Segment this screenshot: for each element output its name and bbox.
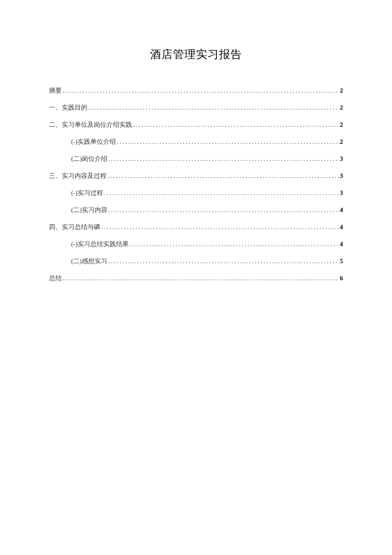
toc-label: 总结 — [49, 273, 62, 283]
document-title: 酒店管理实习报告 — [49, 47, 343, 62]
toc-label: (二)岗位介绍 — [71, 154, 107, 164]
toc-entry: (二)岗位介绍 3 — [49, 154, 343, 164]
toc-dots — [63, 273, 339, 283]
toc-dots — [104, 188, 339, 198]
toc-entry: 摘要 2 — [49, 85, 343, 96]
toc-page: 6 — [340, 273, 343, 283]
toc-dots — [107, 171, 339, 181]
toc-page: 2 — [340, 137, 343, 147]
toc-dots — [133, 119, 339, 130]
toc-entry: (二)感想实习 5 — [49, 256, 343, 266]
toc-entry: 四、实习总结与磷 4 — [49, 222, 343, 232]
toc-entry: 总结 6 — [49, 273, 343, 283]
toc-dots — [117, 137, 339, 147]
toc-page: 3 — [340, 188, 343, 198]
toc-entry: (-)实习过程 3 — [49, 188, 343, 198]
toc-page: 3 — [340, 171, 343, 181]
toc-label: 摘要 — [49, 85, 62, 96]
toc-label: (-)实践单位介绍 — [71, 137, 116, 147]
toc-page: 2 — [340, 119, 343, 130]
toc-page: 2 — [340, 85, 343, 96]
toc-label: (-)实习总结实践结果 — [71, 239, 129, 249]
toc-entry: (-)实践单位介绍 2 — [49, 137, 343, 147]
toc-label: (二)实习内容 — [71, 205, 107, 215]
toc-dots — [63, 85, 339, 96]
toc-dots — [130, 239, 339, 249]
toc-entry: 三、实习内容及过程 3 — [49, 171, 343, 181]
toc-label: (-)实习过程 — [71, 188, 103, 198]
toc-page: 2 — [340, 102, 343, 113]
toc-entry: (二)实习内容 4 — [49, 205, 343, 215]
toc-label: 一、实践目的 — [49, 102, 87, 113]
toc-page: 3 — [340, 154, 343, 164]
toc-page: 4 — [340, 222, 343, 232]
toc-page: 5 — [340, 256, 343, 266]
toc-dots — [108, 205, 339, 215]
toc-dots — [108, 154, 339, 164]
toc-page: 4 — [340, 205, 343, 215]
table-of-contents: 摘要 2 一、实践目的 2 二、实习单位及岗位介绍实践 2 (-)实践单位介绍 … — [49, 85, 343, 283]
toc-dots — [101, 222, 339, 232]
toc-dots — [108, 256, 339, 266]
toc-label: 三、实习内容及过程 — [49, 171, 107, 181]
toc-entry: 一、实践目的 2 — [49, 102, 343, 113]
toc-entry: (-)实习总结实践结果 4 — [49, 239, 343, 249]
toc-dots — [88, 102, 339, 113]
toc-entry: 二、实习单位及岗位介绍实践 2 — [49, 119, 343, 130]
toc-label: (二)感想实习 — [71, 256, 107, 266]
toc-page: 4 — [340, 239, 343, 249]
toc-label: 四、实习总结与磷 — [49, 222, 100, 232]
toc-label: 二、实习单位及岗位介绍实践 — [49, 119, 132, 130]
